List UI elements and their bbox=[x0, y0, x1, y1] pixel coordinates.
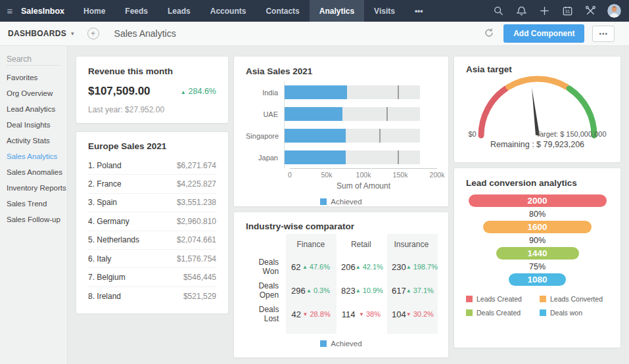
sidebar-item-sales-anomalies[interactable]: Sales Anomalies bbox=[0, 164, 67, 180]
page-header: DASHBOARDS ▾ + Sales Analytics Add Compo… bbox=[0, 22, 629, 46]
nav-item-more[interactable]: ••• bbox=[405, 0, 433, 22]
refresh-icon[interactable] bbox=[484, 28, 496, 39]
cell-change: ▲198.7% bbox=[406, 263, 438, 271]
add-dashboard-icon[interactable]: + bbox=[87, 28, 99, 39]
nav-item-accounts[interactable]: Accounts bbox=[200, 0, 256, 22]
up-triangle-icon: ▲ bbox=[306, 288, 312, 294]
sidebar: FavoritesOrg OverviewLead AnalyticsDeal … bbox=[0, 46, 68, 364]
card-title: Europe Sales 2021 bbox=[88, 141, 216, 151]
cell-value: 206 bbox=[341, 262, 356, 272]
svg-text:31: 31 bbox=[565, 9, 570, 14]
sidebar-item-activity-stats[interactable]: Activity Stats bbox=[0, 133, 67, 148]
country-name: 5. Netherlands bbox=[88, 235, 139, 244]
bell-icon[interactable] bbox=[515, 5, 527, 17]
hamburger-icon[interactable]: ≡ bbox=[0, 0, 20, 22]
cell-value: 296 bbox=[291, 286, 306, 296]
nav-item-leads[interactable]: Leads bbox=[158, 0, 200, 22]
list-item: 6. Italy$1,576.754 bbox=[88, 250, 216, 268]
axis-tick: 100k bbox=[356, 171, 371, 179]
list-item: 8. Ireland$521,529 bbox=[88, 287, 216, 306]
sidebar-item-sales-follow-up[interactable]: Sales Follow-up bbox=[0, 212, 67, 227]
sidebar-item-deal-insights[interactable]: Deal Insights bbox=[0, 117, 67, 133]
table-row-deals-open: Deals Open296▲0.3%823▲10.9%617▲37.1% bbox=[246, 279, 436, 302]
conversion-rate-label: 90% bbox=[469, 236, 607, 245]
x-axis-label: Sum of Amount bbox=[290, 181, 437, 191]
cell-value: 104 bbox=[392, 309, 406, 319]
bar-row-uae: UAE bbox=[246, 103, 436, 125]
legend-item-leads-created: Leads Created bbox=[466, 295, 540, 303]
gauge-target-label: Target: $ 150,000,000 bbox=[536, 130, 606, 138]
bar-target-marker bbox=[398, 150, 399, 164]
bar-category-label: Japan bbox=[246, 154, 284, 162]
table-cell: 296▲0.3% bbox=[285, 286, 335, 296]
lead-conversion-card: Lead conversion analytics 200080%160090%… bbox=[454, 168, 621, 348]
bar-category-label: Singapore bbox=[246, 132, 284, 140]
legend-swatch bbox=[320, 340, 327, 347]
legend-swatch bbox=[466, 309, 473, 316]
axis-tick: 200k bbox=[430, 171, 445, 179]
change-pct: 0.3% bbox=[314, 286, 330, 294]
country-name: 7. Belgium bbox=[88, 273, 126, 282]
table-cell: 617▲37.1% bbox=[386, 286, 436, 296]
change-pct: 37.1% bbox=[413, 286, 434, 294]
europe-sales-card: Europe Sales 2021 1. Poland$6,271.6742. … bbox=[76, 131, 229, 314]
bar-achieved bbox=[285, 85, 347, 99]
cell-change: ▲0.3% bbox=[306, 286, 330, 294]
europe-sales-list: 1. Poland$6,271.6742. France$4,225.8273.… bbox=[88, 156, 216, 306]
calendar-icon[interactable]: 31 bbox=[561, 5, 573, 17]
nav-item-analytics[interactable]: Analytics bbox=[310, 0, 364, 22]
revenue-card: Revenue this month $107,509.00 ▲284.6% L… bbox=[76, 56, 229, 124]
user-avatar[interactable] bbox=[607, 4, 621, 18]
asia-bar-chart: IndiaUAESingaporeJapan 050k100k150k200k … bbox=[246, 81, 436, 206]
more-options-button[interactable]: ••• bbox=[592, 26, 615, 42]
table-cell: 230▲198.7% bbox=[386, 262, 436, 272]
axis-tick: 50k bbox=[321, 171, 333, 179]
conversion-rate-label: 80% bbox=[469, 210, 607, 219]
nav-item-feeds[interactable]: Feeds bbox=[115, 0, 158, 22]
list-item: 1. Poland$6,271.674 bbox=[88, 156, 216, 175]
cell-change: ▲37.1% bbox=[406, 286, 434, 294]
sidebar-item-sales-trend[interactable]: Sales Trend bbox=[0, 196, 67, 212]
bar-plot bbox=[284, 103, 431, 125]
country-name: 8. Ireland bbox=[88, 292, 121, 301]
sidebar-item-inventory-reports[interactable]: Inventory Reports bbox=[0, 180, 67, 196]
axis-tick: 150k bbox=[393, 171, 408, 179]
sidebar-item-org-overview[interactable]: Org Overview bbox=[0, 85, 67, 101]
dashboards-dropdown[interactable]: DASHBOARDS ▾ bbox=[8, 29, 74, 38]
sidebar-item-favorites[interactable]: Favorites bbox=[0, 70, 67, 85]
brand-logo[interactable]: SalesInbox bbox=[20, 0, 74, 22]
search-icon[interactable] bbox=[492, 5, 504, 17]
x-axis: 050k100k150k200k bbox=[290, 168, 437, 178]
table-cell: 206▲42.1% bbox=[335, 262, 386, 272]
dashboard-content: Revenue this month $107,509.00 ▲284.6% L… bbox=[68, 46, 629, 364]
country-value: $521,529 bbox=[183, 292, 216, 301]
nav-item-visits[interactable]: Visits bbox=[364, 0, 405, 22]
row-label: Deals Won bbox=[246, 258, 285, 276]
change-pct: 30.2% bbox=[413, 310, 434, 318]
table-row-deals-lost: Deals Lost42▼28.8%114▼38%104▼30.2% bbox=[246, 302, 436, 326]
gauge-min-label: $0 bbox=[469, 130, 477, 138]
nav-item-home[interactable]: Home bbox=[74, 0, 115, 22]
table-cell: 62▲47.6% bbox=[285, 262, 335, 272]
revenue-change: ▲284.6% bbox=[181, 87, 216, 96]
column-header-insurance: Insurance bbox=[386, 240, 436, 249]
nav-right-icons: 31 bbox=[492, 0, 629, 22]
header-actions: Add Component ••• bbox=[484, 24, 629, 43]
sidebar-item-lead-analytics[interactable]: Lead Analytics bbox=[0, 101, 67, 117]
revenue-amount: $107,509.00 bbox=[88, 85, 151, 98]
conversion-rate-label: 75% bbox=[469, 262, 607, 271]
sidebar-item-sales-analytics[interactable]: Sales Analytics bbox=[0, 148, 67, 164]
search-input[interactable] bbox=[7, 53, 59, 66]
up-triangle-icon: ▲ bbox=[356, 264, 361, 270]
cell-value: 823 bbox=[341, 286, 356, 296]
legend-item-deals-won: Deals won bbox=[540, 309, 609, 317]
asia-target-card: Asia target $0 Target: $ 150,000,000 Rem… bbox=[454, 56, 621, 163]
nav-item-contacts[interactable]: Contacts bbox=[256, 0, 309, 22]
down-triangle-icon: ▼ bbox=[303, 311, 308, 317]
tools-icon[interactable] bbox=[584, 5, 596, 17]
plus-icon[interactable] bbox=[538, 5, 550, 17]
table-cell: 104▼30.2% bbox=[386, 309, 436, 319]
table-cell: 42▼28.8% bbox=[285, 309, 335, 319]
up-triangle-icon: ▲ bbox=[406, 288, 411, 294]
add-component-button[interactable]: Add Component bbox=[503, 24, 584, 43]
